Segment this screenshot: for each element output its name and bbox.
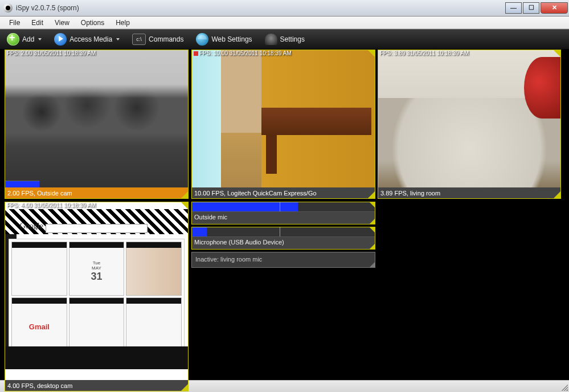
commands-button[interactable]: c:\ Commands: [130, 32, 186, 46]
menubar: File Edit View Options Help: [0, 17, 569, 29]
camera-overlay: FPS: 3.89 31/05/2011 10:18:39 AM: [378, 50, 560, 56]
camera-feed: [378, 50, 560, 187]
minimize-button[interactable]: —: [505, 2, 522, 14]
mic-label: Inactive: living room mic: [192, 252, 375, 266]
camera-feed: [192, 50, 375, 187]
audio-level-area: [192, 202, 375, 212]
mic-outside[interactable]: Outside mic: [191, 202, 375, 224]
chevron-down-icon: [116, 38, 120, 40]
add-label: Add: [22, 35, 34, 43]
camera-footer: 3.89 FPS, living room: [378, 187, 560, 198]
audio-level-bar: [192, 202, 298, 211]
globe-icon: [196, 33, 208, 46]
camera-feed: Google Tue MAY 31 Gmail: [5, 202, 188, 380]
google-logo: Google: [20, 222, 43, 231]
camera-overlay: FPS: 10.00 31/05/2011 10:18:39 AM: [192, 50, 375, 56]
record-indicator-icon: [194, 51, 198, 56]
camera-footer: 10.00 FPS, Logitech QuickCam Express/Go: [192, 187, 375, 198]
corner-marker-icon: [181, 202, 188, 209]
mic-label: Microphone (USB Audio Device): [192, 237, 375, 247]
web-settings-label: Web Settings: [211, 35, 252, 43]
camera-overlay-text: FPS: 10.00 31/05/2011 10:18:39 AM: [199, 50, 292, 56]
camera-feed: [5, 50, 188, 187]
audio-threshold-marker: [280, 227, 280, 236]
mic-living-room-inactive[interactable]: Inactive: living room mic: [191, 252, 375, 268]
resize-grip-icon[interactable]: [181, 191, 188, 198]
access-media-button[interactable]: Access Media: [52, 32, 122, 47]
mic-usb[interactable]: Microphone (USB Audio Device): [191, 227, 375, 250]
add-button[interactable]: Add: [5, 32, 44, 47]
titlebar: iSpy v2.0.7.5 (sporn) — ☐ ✕: [0, 0, 569, 17]
menu-edit[interactable]: Edit: [26, 18, 49, 28]
resize-grip-icon[interactable]: [370, 244, 375, 249]
chevron-down-icon: [38, 38, 42, 40]
resize-grip-icon[interactable]: [368, 191, 375, 198]
corner-marker-icon: [368, 50, 375, 57]
settings-label: Settings: [280, 35, 305, 43]
resize-grip-icon[interactable]: [554, 191, 560, 198]
app-icon: [3, 3, 13, 13]
window-control-buttons: — ☐ ✕: [505, 3, 569, 14]
play-icon: [54, 33, 67, 46]
camera-outside[interactable]: FPS: 2.00 31/05/2011 10:18:39 AM 2.00 FP…: [5, 50, 189, 199]
terminal-icon: c:\: [132, 34, 146, 45]
camera-footer: 2.00 FPS, Outside cam: [5, 187, 188, 198]
access-media-label: Access Media: [69, 35, 112, 43]
cal-month: MAY: [92, 266, 101, 271]
cal-day: Tue: [93, 260, 101, 266]
camera-footer: 4.00 FPS, desktop cam: [5, 380, 188, 391]
close-button[interactable]: ✕: [541, 2, 568, 14]
camera-overlay: FPS: 4.00 31/05/2011 10:18:39 AM: [5, 202, 188, 209]
motion-level-bar: [5, 181, 39, 187]
search-box: [46, 224, 148, 233]
camera-desktop[interactable]: Google Tue MAY 31 Gmail: [5, 202, 189, 391]
corner-marker-icon: [370, 202, 375, 207]
menu-view[interactable]: View: [49, 18, 75, 28]
corner-marker-icon: [370, 227, 375, 232]
resize-grip-icon[interactable]: [370, 262, 375, 267]
cal-date: 31: [91, 271, 102, 283]
web-settings-button[interactable]: Web Settings: [194, 32, 254, 47]
resize-grip-icon[interactable]: [181, 384, 188, 391]
menu-options[interactable]: Options: [75, 18, 110, 28]
window-resize-grip-icon[interactable]: [560, 383, 568, 391]
commands-label: Commands: [149, 35, 183, 43]
resize-grip-icon[interactable]: [370, 219, 375, 224]
window-title: iSpy v2.0.7.5 (sporn): [16, 4, 505, 12]
workspace[interactable]: FPS: 2.00 31/05/2011 10:18:39 AM 2.00 FP…: [0, 50, 569, 380]
gmail-logo: Gmail: [12, 304, 67, 351]
menu-file[interactable]: File: [3, 18, 26, 28]
corner-marker-icon: [554, 50, 560, 57]
settings-button[interactable]: Settings: [263, 32, 307, 46]
menu-help[interactable]: Help: [110, 18, 136, 28]
maximize-button[interactable]: ☐: [523, 2, 539, 14]
camera-logitech[interactable]: FPS: 10.00 31/05/2011 10:18:39 AM 10.00 …: [191, 50, 375, 199]
mic-label: Outside mic: [192, 212, 375, 222]
plus-icon: [7, 33, 19, 46]
audio-level-bar: [192, 227, 207, 236]
toolbar: Add Access Media c:\ Commands Web Settin…: [0, 29, 569, 50]
audio-threshold-marker: [280, 202, 280, 211]
audio-level-area: [192, 227, 375, 237]
camera-settings-icon: [265, 34, 277, 45]
camera-overlay: FPS: 2.00 31/05/2011 10:18:39 AM: [5, 50, 188, 56]
camera-living-room[interactable]: FPS: 3.89 31/05/2011 10:18:39 AM 3.89 FP…: [378, 50, 561, 199]
